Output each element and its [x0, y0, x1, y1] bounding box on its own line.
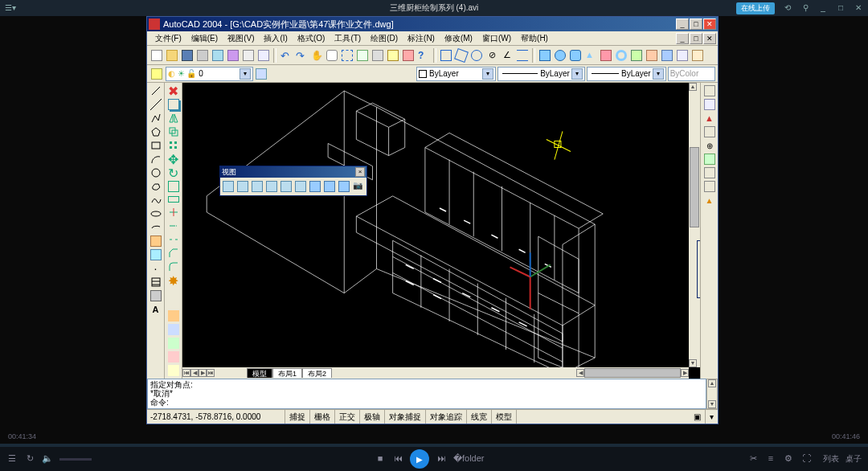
- menu-dimension[interactable]: 标注(N): [403, 32, 440, 45]
- player-max-icon[interactable]: □: [836, 3, 845, 13]
- layer-prev-icon[interactable]: [255, 67, 269, 81]
- view-camera-icon[interactable]: 📷: [351, 179, 365, 194]
- dim-radius-icon[interactable]: [469, 48, 484, 63]
- cmd-scrollbar[interactable]: ▲ ▼: [706, 379, 718, 409]
- region-icon[interactable]: [149, 289, 163, 302]
- menu-insert[interactable]: 插入(I): [259, 32, 292, 45]
- ellipse-arc-icon[interactable]: [149, 221, 163, 234]
- cmd-scroll-down-icon[interactable]: ▼: [708, 400, 716, 408]
- copy-icon[interactable]: [256, 48, 271, 63]
- rotate-icon[interactable]: ↻: [166, 166, 181, 179]
- tab-layout1[interactable]: 布局1: [272, 368, 302, 378]
- view-back-icon[interactable]: [294, 179, 308, 194]
- tab-last-icon[interactable]: ⏭: [207, 369, 215, 377]
- trim-icon[interactable]: [166, 206, 181, 219]
- view-right-icon[interactable]: [265, 179, 279, 194]
- bottom-label-2[interactable]: 桌子: [845, 453, 862, 465]
- array-icon[interactable]: [166, 139, 181, 152]
- pline-icon[interactable]: [149, 112, 163, 125]
- move-icon[interactable]: ✥: [166, 153, 181, 166]
- solid-torus-icon[interactable]: [614, 48, 628, 63]
- player-pin-icon[interactable]: ⚲: [800, 3, 810, 13]
- print-icon[interactable]: [195, 48, 210, 63]
- ortho-toggle[interactable]: 正交: [335, 410, 360, 424]
- bottom-label-1[interactable]: 列表: [823, 453, 839, 465]
- solid-wedge-icon[interactable]: [599, 48, 613, 63]
- osnap-toggle[interactable]: 对象捕捉: [385, 410, 426, 424]
- mass-icon[interactable]: ▲: [702, 112, 717, 125]
- chamfer-icon[interactable]: [166, 247, 181, 260]
- command-line[interactable]: 指定对角点: *取消* 命令:: [147, 379, 706, 409]
- subtitle-icon[interactable]: ≡: [765, 453, 776, 465]
- help-icon[interactable]: ?: [416, 48, 431, 63]
- undo-icon[interactable]: ↶: [279, 48, 293, 63]
- copy-obj-icon[interactable]: [166, 98, 181, 111]
- scroll-down-icon[interactable]: ▼: [689, 359, 697, 367]
- open-icon[interactable]: [165, 48, 179, 63]
- tab-model[interactable]: 模型: [247, 368, 272, 378]
- zoom-rt-icon[interactable]: [325, 48, 339, 63]
- section-icon[interactable]: [675, 48, 690, 63]
- prev-icon[interactable]: ⏮: [392, 453, 403, 465]
- revolve-icon[interactable]: [645, 48, 659, 63]
- circle-icon[interactable]: [149, 166, 163, 179]
- erase-icon[interactable]: ✖: [166, 84, 181, 97]
- menu-help[interactable]: 帮助(H): [516, 32, 553, 45]
- hscroll-thumb[interactable]: [584, 368, 681, 378]
- id-icon[interactable]: ⊕: [702, 139, 717, 152]
- hscrollbar[interactable]: ⏮ ◀ ▶ ⏭ 模型 布局1 布局2 ◀ ▶: [182, 367, 689, 379]
- rectangle-icon[interactable]: [149, 139, 163, 152]
- tray-icon[interactable]: ▣: [690, 410, 706, 424]
- publish-icon[interactable]: [226, 48, 240, 63]
- break-icon[interactable]: [166, 233, 181, 246]
- explode-icon[interactable]: ✸: [166, 274, 181, 287]
- play-button[interactable]: ▶: [410, 449, 429, 469]
- menu-file[interactable]: 文件(F): [150, 32, 186, 45]
- dim-angular-icon[interactable]: ∠: [500, 48, 514, 63]
- view-se-iso-icon[interactable]: [322, 179, 336, 194]
- zoom-window-icon[interactable]: [340, 48, 354, 63]
- ellipse-icon[interactable]: [149, 207, 163, 220]
- model-toggle[interactable]: 模型: [492, 410, 517, 424]
- doc-close-button[interactable]: ✕: [703, 33, 716, 44]
- lwt-toggle[interactable]: 线宽: [467, 410, 492, 424]
- view-toolbar-title[interactable]: 视图 ×: [220, 166, 366, 178]
- otrack-toggle[interactable]: 对象追踪: [426, 410, 467, 424]
- save-icon[interactable]: [180, 48, 194, 63]
- orbit-swivel-icon[interactable]: [699, 272, 700, 285]
- chevron-down-icon[interactable]: ▾: [482, 68, 493, 80]
- properties-icon[interactable]: [371, 48, 385, 63]
- solid-cone-icon[interactable]: ▲: [583, 48, 598, 63]
- solid-box-icon[interactable]: [538, 48, 552, 63]
- volume-slider[interactable]: [59, 458, 92, 461]
- dim-linear-icon[interactable]: [439, 48, 453, 63]
- float-close-icon[interactable]: ×: [355, 167, 365, 177]
- dim-diameter-icon[interactable]: ⊘: [485, 48, 499, 63]
- vscrollbar[interactable]: ▲ ▼: [689, 83, 700, 367]
- chevron-down-icon[interactable]: ▾: [240, 68, 251, 80]
- chevron-down-icon[interactable]: ▾: [571, 68, 583, 80]
- drawing-canvas[interactable]: 视图 × 📷 ▲: [182, 83, 700, 379]
- solid-cylinder-icon[interactable]: [568, 48, 583, 63]
- dim-continue-icon[interactable]: [515, 48, 530, 63]
- hscroll-right-icon[interactable]: ▶: [681, 369, 689, 377]
- snapshot-icon[interactable]: ✂: [747, 453, 759, 465]
- xline-icon[interactable]: [149, 98, 163, 111]
- cad-close-button[interactable]: ✕: [703, 18, 716, 30]
- hatch-icon[interactable]: [149, 276, 163, 289]
- fullscreen-icon[interactable]: ⛶: [800, 453, 812, 465]
- polygon-icon[interactable]: [149, 125, 163, 138]
- grid-toggle[interactable]: 栅格: [310, 410, 335, 424]
- tab-prev-icon[interactable]: ◀: [190, 369, 199, 377]
- area-icon[interactable]: [702, 98, 717, 111]
- preview-icon[interactable]: [211, 48, 225, 63]
- menu-tools[interactable]: 工具(T): [330, 32, 366, 45]
- cmd-scroll-up-icon[interactable]: ▲: [708, 379, 716, 387]
- menu-draw[interactable]: 绘图(D): [366, 32, 403, 45]
- chevron-down-icon[interactable]: ▾: [653, 68, 664, 80]
- view-sw-iso-icon[interactable]: [308, 179, 321, 194]
- view-ne-iso-icon[interactable]: [337, 179, 350, 194]
- interfere-icon[interactable]: [690, 48, 705, 63]
- upload-badge[interactable]: 在线上传: [736, 2, 775, 14]
- make-block-icon[interactable]: [149, 248, 163, 261]
